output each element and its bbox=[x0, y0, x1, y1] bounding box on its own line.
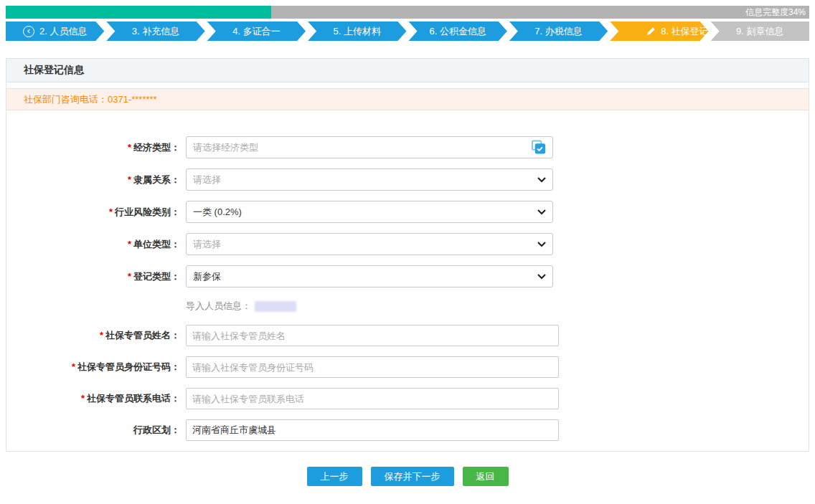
form-row-import-staff: 导入人员信息： bbox=[6, 300, 809, 313]
select-value: 请选择 bbox=[193, 238, 221, 251]
form-row-economic-type: *经济类型： 请选择经济类型 bbox=[6, 136, 809, 158]
required-asterisk: * bbox=[81, 393, 85, 404]
completeness-progress-bar: 信息完整度34% bbox=[6, 6, 809, 19]
affiliation-select[interactable]: 请选择 bbox=[186, 168, 553, 191]
field-label: *行业风险类别： bbox=[6, 206, 180, 219]
select-value: 请选择 bbox=[193, 173, 221, 186]
social-security-panel: 社保登记信息 社保部门咨询电话：0371-******* *经济类型： 请选择经… bbox=[6, 58, 809, 452]
progress-label: 信息完整度34% bbox=[745, 6, 806, 19]
multi-select-picker-icon[interactable] bbox=[531, 140, 546, 155]
chevron-down-icon bbox=[537, 274, 546, 280]
step-seal-info[interactable]: 9. 刻章信息 bbox=[711, 22, 809, 41]
step-label: 3. 补充信息 bbox=[132, 25, 179, 38]
picker-placeholder: 请选择经济类型 bbox=[193, 141, 258, 154]
required-asterisk: * bbox=[128, 174, 131, 185]
select-value: 新参保 bbox=[193, 270, 221, 283]
form-row-agent-id: *社保专管员身份证号码： bbox=[6, 356, 809, 378]
notice-text: 社保部门咨询电话：0371-******* bbox=[24, 93, 157, 106]
step-housing-fund[interactable]: 6. 公积金信息 bbox=[409, 22, 507, 41]
form-row-admin-division: 行政区划： bbox=[6, 419, 809, 441]
field-label: *经济类型： bbox=[6, 141, 180, 154]
prev-step-button[interactable]: 上一步 bbox=[307, 467, 362, 486]
progress-fill bbox=[6, 6, 271, 19]
save-next-button[interactable]: 保存并下一步 bbox=[371, 467, 454, 486]
agent-phone-input[interactable] bbox=[186, 388, 559, 409]
return-button[interactable]: 返回 bbox=[463, 467, 509, 486]
unit-type-select[interactable]: 请选择 bbox=[186, 233, 553, 255]
required-asterisk: * bbox=[128, 239, 131, 249]
field-label: 行政区划： bbox=[6, 424, 180, 437]
agent-name-input[interactable] bbox=[186, 325, 559, 346]
panel-header: 社保登记信息 bbox=[6, 59, 809, 82]
step-label: 9. 刻章信息 bbox=[736, 25, 783, 38]
step-tax-info[interactable]: 7. 办税信息 bbox=[509, 22, 608, 41]
form-row-register-type: *登记类型： 新参保 bbox=[6, 265, 809, 287]
field-label: *隶属关系： bbox=[6, 173, 180, 186]
step-upload-material[interactable]: 5. 上传材料 bbox=[308, 22, 406, 41]
panel-title: 社保登记信息 bbox=[24, 64, 84, 77]
chevron-down-icon bbox=[537, 209, 546, 215]
step-multi-cert[interactable]: 4. 多证合一 bbox=[207, 22, 306, 41]
form-row-agent-phone: *社保专管员联系电话： bbox=[6, 388, 809, 409]
economic-type-picker[interactable]: 请选择经济类型 bbox=[186, 136, 553, 158]
step-supplement-info[interactable]: 3. 补充信息 bbox=[106, 22, 204, 41]
pencil-icon bbox=[646, 27, 656, 36]
required-asterisk: * bbox=[100, 330, 103, 341]
back-arrow-icon[interactable]: ‹ bbox=[23, 26, 34, 37]
form-row-agent-name: *社保专管员姓名： bbox=[6, 325, 809, 346]
wizard-step-bar: ‹ 2. 人员信息 3. 补充信息 4. 多证合一 5. 上传材料 6. 公积金… bbox=[6, 22, 809, 41]
step-label: 8. 社保登记 bbox=[661, 25, 708, 38]
field-label: *单位类型： bbox=[6, 238, 180, 251]
field-label: *社保专管员身份证号码： bbox=[6, 361, 180, 374]
register-type-select[interactable]: 新参保 bbox=[186, 265, 553, 287]
social-security-form: *经济类型： 请选择经济类型 *隶属关系： 请选择 bbox=[6, 116, 809, 451]
required-asterisk: * bbox=[128, 142, 131, 153]
required-asterisk: * bbox=[109, 206, 113, 217]
industry-risk-select[interactable]: 一类 (0.2%) bbox=[186, 201, 553, 223]
form-row-affiliation: *隶属关系： 请选择 bbox=[6, 168, 809, 191]
required-asterisk: * bbox=[128, 271, 131, 282]
required-asterisk: * bbox=[72, 361, 75, 372]
admin-division-input[interactable] bbox=[186, 419, 559, 441]
step-label: 7. 办税信息 bbox=[534, 25, 582, 38]
step-label: 5. 上传材料 bbox=[334, 25, 381, 38]
field-label: *社保专管员联系电话： bbox=[6, 392, 180, 405]
field-label: *社保专管员姓名： bbox=[6, 329, 180, 342]
chevron-down-icon bbox=[537, 177, 546, 183]
import-staff-label: 导入人员信息： bbox=[186, 300, 251, 313]
select-value: 一类 (0.2%) bbox=[193, 206, 242, 219]
step-person-info[interactable]: ‹ 2. 人员信息 bbox=[6, 22, 104, 41]
action-button-row: 上一步 保存并下一步 返回 bbox=[0, 467, 815, 486]
notice-bar: 社保部门咨询电话：0371-******* bbox=[6, 88, 809, 110]
chevron-down-icon bbox=[537, 242, 546, 247]
field-label: *登记类型： bbox=[6, 270, 180, 283]
step-label: 2. 人员信息 bbox=[39, 25, 87, 38]
step-label: 4. 多证合一 bbox=[232, 25, 280, 38]
step-label: 6. 公积金信息 bbox=[429, 25, 486, 38]
agent-id-input[interactable] bbox=[186, 356, 559, 378]
step-social-security[interactable]: 8. 社保登记 bbox=[610, 22, 708, 41]
form-row-industry-risk: *行业风险类别： 一类 (0.2%) bbox=[6, 201, 809, 223]
redacted-import-link[interactable] bbox=[255, 301, 296, 312]
form-row-unit-type: *单位类型： 请选择 bbox=[6, 233, 809, 255]
